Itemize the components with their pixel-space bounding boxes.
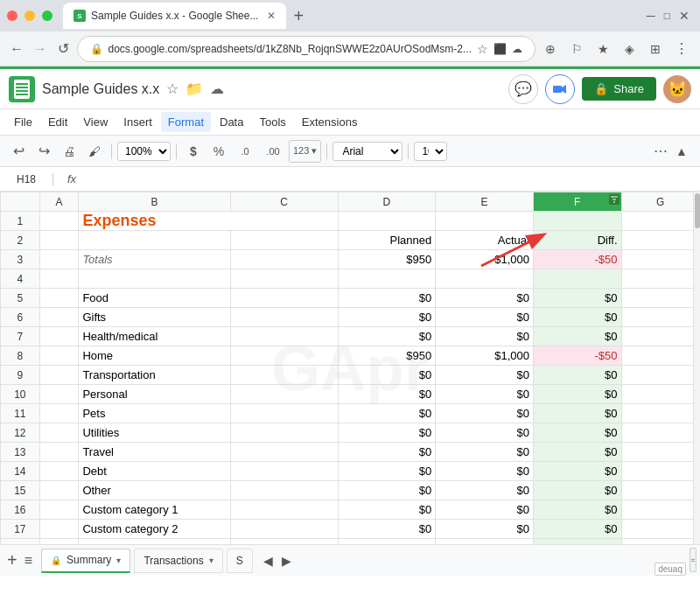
- col-header-a[interactable]: A: [39, 192, 79, 212]
- cell-c3[interactable]: [230, 250, 338, 269]
- cell-g7[interactable]: [621, 327, 699, 346]
- star-icon[interactable]: ☆: [477, 42, 488, 56]
- tab-nav-left-icon[interactable]: ◀: [260, 554, 276, 568]
- cell-f15[interactable]: $0: [533, 481, 621, 500]
- cell-c17[interactable]: [230, 520, 338, 539]
- cell-a15[interactable]: [39, 481, 79, 500]
- menu-format[interactable]: Format: [161, 112, 211, 132]
- zoom-select[interactable]: 100%: [117, 142, 171, 161]
- forward-button[interactable]: →: [31, 38, 51, 60]
- cell-g5[interactable]: [621, 289, 699, 308]
- format-number-button[interactable]: 123 ▾: [289, 140, 321, 163]
- cell-b17[interactable]: Custom category 2: [79, 520, 230, 539]
- meet-button[interactable]: [545, 74, 575, 104]
- menu-extensions[interactable]: Extensions: [295, 112, 365, 132]
- font-size-select[interactable]: 10: [414, 142, 447, 161]
- tab-close-icon[interactable]: ✕: [267, 10, 276, 22]
- cell-e4[interactable]: [436, 269, 534, 289]
- decimal1-button[interactable]: .0: [233, 140, 257, 163]
- cell-c4[interactable]: [230, 269, 338, 289]
- cell-d15[interactable]: $0: [338, 481, 436, 500]
- cell-g10[interactable]: [621, 385, 699, 404]
- cell-b12[interactable]: Utilities: [79, 423, 230, 443]
- col-header-e[interactable]: E: [436, 192, 534, 212]
- cell-b16[interactable]: Custom category 1: [79, 500, 230, 520]
- new-tab-button[interactable]: +: [286, 3, 311, 28]
- cell-e14[interactable]: $0: [436, 462, 534, 481]
- cell-c9[interactable]: [230, 366, 338, 385]
- cell-f16[interactable]: $0: [533, 500, 621, 520]
- col-header-g[interactable]: G: [621, 192, 699, 212]
- cell-a6[interactable]: [39, 308, 79, 327]
- cell-g17[interactable]: [621, 520, 699, 539]
- cell-reference[interactable]: [5, 173, 53, 185]
- cell-g9[interactable]: [621, 366, 699, 385]
- cell-c16[interactable]: [230, 500, 338, 520]
- cell-b15[interactable]: Other: [79, 481, 230, 500]
- cell-f1[interactable]: [533, 212, 621, 231]
- cell-f11[interactable]: $0: [533, 404, 621, 423]
- cell-a3[interactable]: [39, 250, 79, 269]
- toolbar-more-button[interactable]: ⋯: [654, 143, 668, 159]
- cell-c8[interactable]: [230, 346, 338, 366]
- cell-d13[interactable]: $0: [338, 443, 436, 462]
- cell-e9[interactable]: $0: [436, 366, 534, 385]
- undo-button[interactable]: ↩: [7, 140, 30, 163]
- cell-d9[interactable]: $0: [338, 366, 436, 385]
- cell-d6[interactable]: $0: [338, 308, 436, 327]
- url-bar[interactable]: 🔒 docs.google.com/spreadsheets/d/1kZ8Nb_…: [77, 36, 536, 62]
- menu-edit[interactable]: Edit: [41, 112, 74, 132]
- move-icon[interactable]: 📁: [186, 80, 203, 97]
- cell-g11[interactable]: [621, 404, 699, 423]
- menu-dots-icon[interactable]: ⋮: [670, 38, 693, 60]
- cell-c12[interactable]: [230, 423, 338, 443]
- cell-f6[interactable]: $0: [533, 308, 621, 327]
- cell-e7[interactable]: $0: [436, 327, 534, 346]
- scroll-indicator[interactable]: [690, 548, 696, 572]
- minimize-window-icon[interactable]: ─: [647, 9, 655, 23]
- close-window-icon[interactable]: ✕: [679, 9, 690, 23]
- currency-button[interactable]: $: [182, 140, 205, 163]
- cell-a8[interactable]: [39, 346, 79, 366]
- menu-view[interactable]: View: [76, 112, 115, 132]
- avatar[interactable]: 🐱: [663, 75, 691, 103]
- redo-button[interactable]: ↪: [32, 140, 55, 163]
- cell-d2[interactable]: Planned: [338, 231, 436, 250]
- cell-d14[interactable]: $0: [338, 462, 436, 481]
- cell-a11[interactable]: [39, 404, 79, 423]
- cell-g1[interactable]: [621, 212, 699, 231]
- extension-icon-2[interactable]: ⚐: [565, 38, 588, 60]
- cell-d3[interactable]: $950: [338, 250, 436, 269]
- cell-d17[interactable]: $0: [338, 520, 436, 539]
- chat-button[interactable]: 💬: [508, 74, 538, 104]
- close-btn[interactable]: [7, 10, 18, 21]
- cell-e3[interactable]: $1,000: [436, 250, 534, 269]
- cell-b4[interactable]: [79, 269, 230, 289]
- cell-f10[interactable]: $0: [533, 385, 621, 404]
- cell-d4[interactable]: [338, 269, 436, 289]
- cell-a13[interactable]: [39, 443, 79, 462]
- percent-button[interactable]: %: [207, 140, 230, 163]
- sync-icon[interactable]: ☁: [512, 43, 522, 55]
- cell-a17[interactable]: [39, 520, 79, 539]
- cell-b1[interactable]: Expenses: [79, 212, 338, 231]
- cell-g3[interactable]: [621, 250, 699, 269]
- cell-e8[interactable]: $1,000: [436, 346, 534, 366]
- sheet-list-button[interactable]: ≡: [24, 553, 32, 569]
- cell-c6[interactable]: [230, 308, 338, 327]
- cell-f9[interactable]: $0: [533, 366, 621, 385]
- formula-input[interactable]: [83, 173, 695, 185]
- cell-a16[interactable]: [39, 500, 79, 520]
- col-f-filter-icon[interactable]: [609, 194, 620, 205]
- cell-a12[interactable]: [39, 423, 79, 443]
- cell-b9[interactable]: Transportation: [79, 366, 230, 385]
- cell-d16[interactable]: $0: [338, 500, 436, 520]
- cell-f13[interactable]: $0: [533, 443, 621, 462]
- cell-a7[interactable]: [39, 327, 79, 346]
- cell-b2[interactable]: [79, 231, 230, 250]
- tab-nav-right-icon[interactable]: ▶: [278, 554, 295, 568]
- cell-f2[interactable]: Diff.: [533, 231, 621, 250]
- col-header-b[interactable]: B: [79, 192, 230, 212]
- cell-a2[interactable]: [39, 231, 79, 250]
- back-button[interactable]: ←: [7, 38, 27, 60]
